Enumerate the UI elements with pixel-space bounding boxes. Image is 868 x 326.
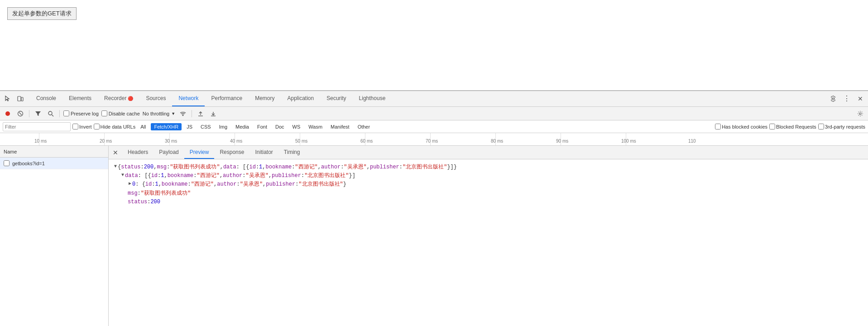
svg-line-4 [19,112,22,115]
tick-70ms: 70 ms [426,139,438,144]
blocked-requests-label[interactable]: Blocked Requests [769,124,816,129]
preview-content: ▼ { status : 200 , msg : "获取图书列表成功" , da… [109,159,868,326]
invert-label[interactable]: Invert [72,124,92,129]
filter-type-manifest[interactable]: Manifest [327,123,353,130]
has-blocked-cookies-label[interactable]: Has blocked cookies [715,124,767,129]
preserve-log-checkbox[interactable] [63,110,69,116]
download-icon[interactable] [208,109,218,119]
hide-data-urls-label[interactable]: Hide data URLs [94,124,136,129]
tab-memory[interactable]: Memory [249,91,281,106]
toolbar-divider-1 [29,110,29,117]
search-icon[interactable] [46,109,56,119]
filter-type-all[interactable]: All [137,123,149,130]
network-main: Name getbooks?id=1 ✕ Headers Payload Pre… [0,146,868,326]
filter-type-other[interactable]: Other [355,123,374,130]
tab-recorder[interactable]: Recorder 🔴 [98,91,139,106]
json-data-line: ▼ data : [{ id : 1 , bookname : "西游记" , … [114,172,863,180]
svg-point-7 [182,115,183,115]
filter-type-ws[interactable]: WS [289,123,304,130]
tab-performance[interactable]: Performance [205,91,249,106]
json-status-line: status : 200 [114,198,863,206]
detail-tab-payload[interactable]: Payload [153,146,184,159]
timeline-ruler: 10 ms 20 ms 30 ms 40 ms 50 ms 60 ms 70 m… [0,133,868,146]
clear-button[interactable] [15,109,25,119]
page-content: 发起单参数的GET请求 [0,0,868,91]
get-request-button[interactable]: 发起单参数的GET请求 [7,7,77,20]
close-detail-icon[interactable]: ✕ [110,148,120,158]
filter-type-css[interactable]: CSS [197,123,214,130]
tab-elements[interactable]: Elements [62,91,98,106]
json-msg-line: msg : "获取图书列表成功" [114,189,863,198]
request-row[interactable]: getbooks?id=1 [0,158,108,169]
devtools-left-icons [2,93,26,105]
filter-type-img[interactable]: Img [216,123,230,130]
more-options-icon[interactable]: ⋮ [841,93,853,105]
svg-line-6 [52,115,54,116]
wifi-icon[interactable] [178,109,188,119]
svg-point-2 [5,111,10,116]
tab-sources[interactable]: Sources [139,91,172,106]
detail-tab-initiator[interactable]: Initiator [249,146,278,159]
filter-type-media[interactable]: Media [232,123,252,130]
record-button[interactable] [3,109,13,119]
blocked-requests-checkbox[interactable] [769,124,775,129]
request-list-header: Name [0,146,108,158]
network-toolbar: Preserve log Disable cache No throttling… [0,107,868,120]
filter-input[interactable] [5,124,68,129]
detail-panel: ✕ Headers Payload Preview Response Initi… [109,146,868,326]
toolbar-divider-2 [59,110,60,117]
filter-input-wrap [3,122,71,131]
filter-type-fetch-xhr[interactable]: Fetch/XHR [151,123,182,130]
disable-cache-checkbox[interactable] [101,110,107,116]
tab-console[interactable]: Console [30,91,62,106]
tab-network[interactable]: Network [172,91,205,106]
filter-icon[interactable] [33,109,43,119]
data-expand-icon[interactable]: ▼ [121,172,124,179]
svg-rect-1 [21,97,23,101]
svg-rect-0 [18,96,21,101]
filter-type-js[interactable]: JS [183,123,196,130]
detail-tab-response[interactable]: Response [214,146,249,159]
tick-40ms: 40 ms [230,139,242,144]
root-expand-icon[interactable]: ▼ [114,163,117,170]
detail-tabbar: ✕ Headers Payload Preview Response Initi… [109,146,868,159]
request-row-checkbox[interactable] [4,160,10,166]
filter-type-font[interactable]: Font [254,123,270,130]
tick-30ms: 30 ms [165,139,177,144]
json-item0-line: ▶ 0 : { id : 1 , bookname : "西游记" , auth… [114,180,863,189]
close-devtools-icon[interactable]: ✕ [854,93,866,105]
throttle-selector[interactable]: No throttling ▼ [143,111,175,116]
tick-20ms: 20 ms [100,139,112,144]
tab-lighthouse[interactable]: Lighthouse [353,91,392,106]
third-party-label[interactable]: 3rd-party requests [818,124,865,129]
device-toggle-icon[interactable] [14,93,26,105]
has-blocked-cookies-checkbox[interactable] [715,124,721,129]
filter-type-wasm[interactable]: Wasm [305,123,326,130]
detail-tab-preview[interactable]: Preview [184,146,215,159]
tick-10ms: 10 ms [34,139,47,144]
filter-type-doc[interactable]: Doc [272,123,288,130]
filter-right-options: Has blocked cookies Blocked Requests 3rd… [715,124,865,129]
item0-expand-icon[interactable]: ▶ [129,180,131,187]
tick-50ms: 50 ms [295,139,307,144]
network-settings-icon[interactable] [855,109,865,119]
invert-checkbox[interactable] [72,124,78,129]
devtools-tabbar: Console Elements Recorder 🔴 Sources Netw… [0,91,868,107]
third-party-checkbox[interactable] [818,124,824,129]
settings-icon[interactable] [827,93,839,105]
disable-cache-label[interactable]: Disable cache [101,110,140,116]
upload-icon[interactable] [196,109,206,119]
tick-80ms: 80 ms [491,139,503,144]
detail-tab-timing[interactable]: Timing [278,146,306,159]
devtools-right-icons: ⋮ ✕ [827,93,866,105]
preserve-log-label[interactable]: Preserve log [63,110,99,116]
toolbar-divider-3 [192,110,192,117]
json-root-line: ▼ { status : 200 , msg : "获取图书列表成功" , da… [114,163,863,172]
tick-100ms: 100 ms [621,139,636,144]
toolbar-right-settings [855,109,865,119]
tab-application[interactable]: Application [281,91,321,106]
cursor-icon[interactable] [2,93,14,105]
hide-data-urls-checkbox[interactable] [94,124,100,129]
tab-security[interactable]: Security [320,91,352,106]
detail-tab-headers[interactable]: Headers [122,146,153,159]
